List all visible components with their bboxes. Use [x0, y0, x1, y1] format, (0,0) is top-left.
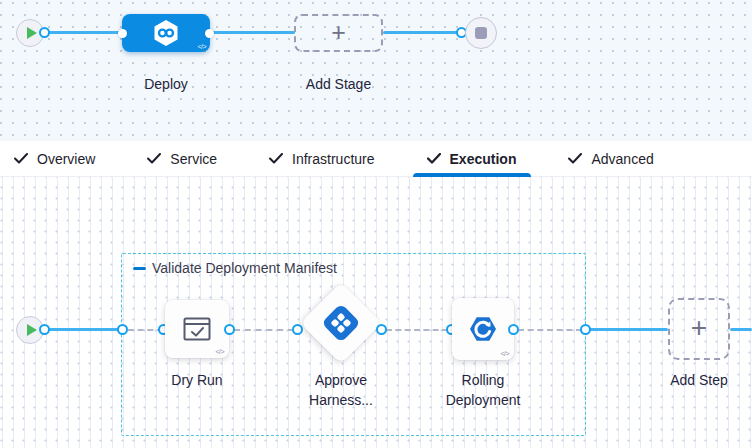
- tab-label: Overview: [37, 151, 95, 167]
- check-icon: [568, 153, 582, 164]
- execution-canvas[interactable]: Validate Deployment Manifest </>: [0, 177, 752, 448]
- stage-canvas[interactable]: </> + Deploy Add Stage: [0, 0, 752, 141]
- pipeline-studio: </> + Deploy Add Stage Overview Service: [0, 0, 752, 448]
- stop-icon: [475, 27, 487, 39]
- step-link-dashed: [386, 329, 448, 331]
- step-label-approve: Approve Harness...: [293, 370, 389, 410]
- connector-port[interactable]: [117, 324, 128, 335]
- tab-overview[interactable]: Overview: [14, 141, 95, 177]
- add-stage-button[interactable]: +: [294, 14, 383, 52]
- code-view-icon[interactable]: </>: [197, 43, 206, 50]
- stage-config-tabs: Overview Service Infrastructure Executio…: [0, 141, 752, 177]
- step-label-line: Rolling: [434, 370, 532, 390]
- check-icon: [14, 153, 28, 164]
- check-icon: [427, 153, 441, 164]
- tab-advanced[interactable]: Advanced: [568, 141, 653, 177]
- step-label-rolling-deployment: Rolling Deployment: [434, 370, 532, 410]
- connector-port[interactable]: [376, 324, 387, 335]
- add-step-button[interactable]: +: [668, 298, 730, 360]
- connector-port[interactable]: [580, 324, 591, 335]
- step-link-line: [44, 328, 124, 331]
- add-stage-label: Add Stage: [294, 74, 383, 94]
- connector-port[interactable]: [39, 27, 50, 38]
- tab-label: Advanced: [591, 151, 653, 167]
- collapse-group-icon[interactable]: [133, 267, 146, 270]
- stage-node-deploy[interactable]: </>: [122, 14, 210, 52]
- step-label-line: Harness...: [293, 390, 389, 410]
- stage-port-left[interactable]: [118, 29, 127, 38]
- step-node-dry-run[interactable]: </>: [165, 300, 229, 358]
- tab-label: Execution: [450, 151, 517, 167]
- step-link-dashed: [518, 329, 582, 331]
- stage-port-right[interactable]: [205, 29, 214, 38]
- tab-label: Infrastructure: [292, 151, 374, 167]
- check-icon: [147, 153, 161, 164]
- stage-link-line: [383, 31, 462, 34]
- tab-service[interactable]: Service: [147, 141, 217, 177]
- step-group-header: Validate Deployment Manifest: [133, 260, 337, 276]
- tab-label: Service: [170, 151, 217, 167]
- connector-port[interactable]: [292, 324, 303, 335]
- connector-port[interactable]: [224, 324, 235, 335]
- step-node-rolling-deployment[interactable]: </>: [452, 298, 514, 360]
- code-view-icon[interactable]: </>: [215, 348, 224, 355]
- connector-port[interactable]: [508, 324, 519, 335]
- harness-hexagon-icon: [151, 18, 181, 48]
- stage-label: Deploy: [122, 74, 210, 94]
- pipeline-end-node[interactable]: [465, 17, 497, 49]
- step-link-line: [730, 328, 752, 331]
- step-label-line: Approve: [293, 370, 389, 390]
- check-icon: [269, 153, 283, 164]
- tab-execution[interactable]: Execution: [427, 141, 517, 177]
- step-label-line: Deployment: [434, 390, 532, 410]
- step-label-dry-run: Dry Run: [151, 370, 243, 390]
- play-icon: [27, 324, 37, 336]
- add-step-label: Add Step: [653, 370, 745, 390]
- rolling-deployment-hexagon-icon: [466, 312, 500, 346]
- connector-port[interactable]: [39, 324, 50, 335]
- step-link-dashed: [234, 329, 294, 331]
- tab-infrastructure[interactable]: Infrastructure: [269, 141, 374, 177]
- stage-link-line: [210, 31, 295, 34]
- code-view-icon[interactable]: </>: [500, 350, 509, 357]
- plus-icon: +: [331, 20, 346, 45]
- window-check-icon: [182, 316, 212, 342]
- plus-icon: +: [691, 314, 707, 342]
- stage-link-line: [44, 31, 124, 34]
- step-link-line: [586, 328, 668, 331]
- play-icon: [27, 27, 37, 39]
- approval-diamond-icon: [314, 296, 368, 350]
- step-group-title: Validate Deployment Manifest: [152, 260, 337, 276]
